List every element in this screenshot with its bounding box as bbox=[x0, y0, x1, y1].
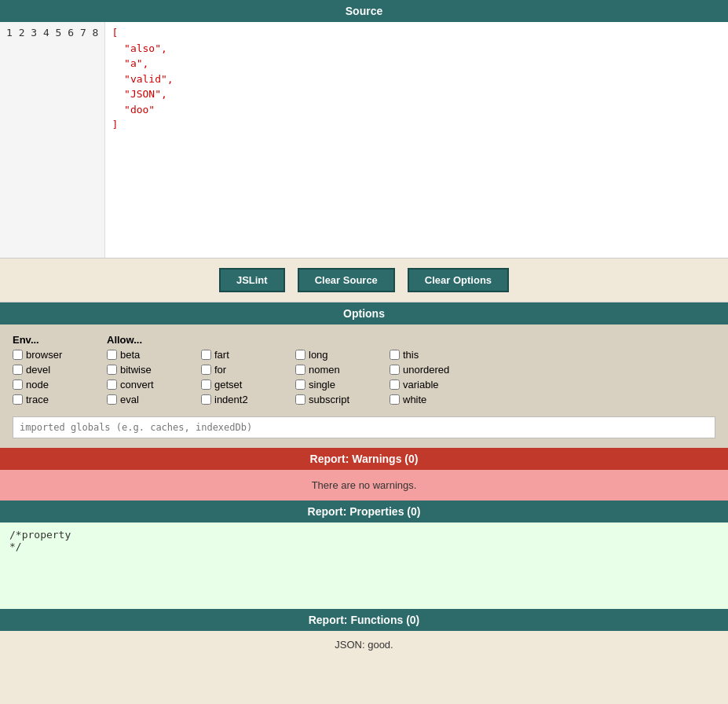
checkbox-input-single[interactable] bbox=[295, 380, 305, 390]
env-label: Env... bbox=[13, 334, 99, 346]
allow4-col: this unordered variable white bbox=[390, 334, 484, 409]
checkbox-single: single bbox=[295, 379, 382, 390]
checkbox-for: for bbox=[201, 364, 287, 376]
checkbox-input-subscript[interactable] bbox=[295, 394, 305, 405]
checkbox-input-variable[interactable] bbox=[390, 380, 400, 390]
options-row: Env... browser devel node trace Allow...… bbox=[13, 334, 715, 409]
report-functions-header: Report: Functions (0) bbox=[0, 609, 728, 631]
checkbox-unordered: unordered bbox=[390, 364, 476, 376]
checkbox-subscript: subscript bbox=[295, 394, 382, 405]
report-properties-body: /*property */ bbox=[0, 522, 728, 609]
checkbox-label-getset: getset bbox=[214, 379, 242, 390]
report-warnings-header: Report: Warnings (0) bbox=[0, 448, 728, 470]
checkbox-input-fart[interactable] bbox=[201, 350, 211, 360]
checkbox-devel: devel bbox=[13, 364, 99, 376]
checkbox-label-nomen: nomen bbox=[309, 364, 340, 376]
checkbox-bitwise: bitwise bbox=[107, 364, 193, 376]
checkbox-fart: fart bbox=[201, 349, 287, 361]
checkbox-indent2: indent2 bbox=[201, 394, 287, 405]
allow2-spacer bbox=[201, 334, 287, 346]
report-warnings-body: There are no warnings. bbox=[0, 470, 728, 500]
property-line1: /*property bbox=[9, 529, 719, 541]
checkbox-label-indent2: indent2 bbox=[214, 394, 248, 405]
property-line2: */ bbox=[9, 541, 719, 552]
checkbox-input-node[interactable] bbox=[13, 380, 23, 390]
checkbox-browser: browser bbox=[13, 349, 99, 361]
allow-col: Allow... beta bitwise convert eval bbox=[107, 334, 201, 409]
toolbar: JSLint Clear Source Clear Options bbox=[0, 258, 728, 302]
checkbox-variable: variable bbox=[390, 379, 476, 390]
report-properties-section: Report: Properties (0) /*property */ bbox=[0, 500, 728, 609]
report-warnings-section: Report: Warnings (0) There are no warnin… bbox=[0, 448, 728, 500]
checkbox-input-getset[interactable] bbox=[201, 380, 211, 390]
checkbox-label-convert: convert bbox=[120, 379, 154, 390]
report-functions-section: Report: Functions (0) JSON: good. bbox=[0, 609, 728, 658]
checkbox-label-white: white bbox=[403, 394, 426, 405]
report-properties-header: Report: Properties (0) bbox=[0, 500, 728, 522]
checkbox-label-devel: devel bbox=[26, 364, 50, 376]
checkbox-input-for[interactable] bbox=[201, 365, 211, 375]
checkbox-input-nomen[interactable] bbox=[295, 365, 305, 375]
source-code[interactable]: [ "also", "a", "valid", "JSON", "doo" ] bbox=[105, 22, 728, 258]
clear-options-button[interactable]: Clear Options bbox=[408, 268, 509, 292]
jslint-button[interactable]: JSLint bbox=[219, 268, 285, 292]
checkbox-this: this bbox=[390, 349, 476, 361]
checkbox-input-eval[interactable] bbox=[107, 394, 117, 405]
allow4-spacer bbox=[390, 334, 476, 346]
checkbox-input-devel[interactable] bbox=[13, 365, 23, 375]
checkbox-label-long: long bbox=[309, 349, 328, 361]
env-col: Env... browser devel node trace bbox=[13, 334, 107, 409]
checkbox-input-browser[interactable] bbox=[13, 350, 23, 360]
checkbox-label-single: single bbox=[309, 379, 335, 390]
globals-input[interactable] bbox=[13, 416, 715, 438]
checkbox-label-browser: browser bbox=[26, 349, 62, 361]
checkbox-node: node bbox=[13, 379, 99, 390]
checkbox-getset: getset bbox=[201, 379, 287, 390]
clear-source-button[interactable]: Clear Source bbox=[298, 268, 395, 292]
checkbox-label-trace: trace bbox=[26, 394, 49, 405]
checkbox-label-this: this bbox=[403, 349, 419, 361]
checkbox-label-bitwise: bitwise bbox=[120, 364, 152, 376]
checkbox-label-unordered: unordered bbox=[403, 364, 449, 376]
allow3-col: long nomen single subscript bbox=[295, 334, 390, 409]
checkbox-nomen: nomen bbox=[295, 364, 382, 376]
checkbox-input-trace[interactable] bbox=[13, 394, 23, 405]
checkbox-beta: beta bbox=[107, 349, 193, 361]
line-numbers: 1 2 3 4 5 6 7 8 bbox=[0, 22, 105, 258]
checkbox-input-bitwise[interactable] bbox=[107, 365, 117, 375]
checkbox-label-for: for bbox=[214, 364, 226, 376]
checkbox-label-fart: fart bbox=[214, 349, 229, 361]
checkbox-eval: eval bbox=[107, 394, 193, 405]
checkbox-input-this[interactable] bbox=[390, 350, 400, 360]
checkbox-label-eval: eval bbox=[120, 394, 139, 405]
checkbox-label-variable: variable bbox=[403, 379, 439, 390]
checkbox-input-convert[interactable] bbox=[107, 380, 117, 390]
checkbox-label-node: node bbox=[26, 379, 49, 390]
checkbox-input-unordered[interactable] bbox=[390, 365, 400, 375]
options-area: Env... browser devel node trace Allow...… bbox=[0, 324, 728, 448]
checkbox-convert: convert bbox=[107, 379, 193, 390]
allow-label: Allow... bbox=[107, 334, 193, 346]
allow3-spacer bbox=[295, 334, 382, 346]
checkbox-input-indent2[interactable] bbox=[201, 394, 211, 405]
options-header: Options bbox=[0, 302, 728, 324]
checkbox-label-beta: beta bbox=[120, 349, 140, 361]
checkbox-trace: trace bbox=[13, 394, 99, 405]
source-section: Source 1 2 3 4 5 6 7 8 [ "also", "a", "v… bbox=[0, 0, 728, 258]
source-header: Source bbox=[0, 0, 728, 22]
source-editor[interactable]: 1 2 3 4 5 6 7 8 [ "also", "a", "valid", … bbox=[0, 22, 728, 258]
checkbox-white: white bbox=[390, 394, 476, 405]
checkbox-input-white[interactable] bbox=[390, 394, 400, 405]
report-functions-body: JSON: good. bbox=[0, 631, 728, 658]
checkbox-long: long bbox=[295, 349, 382, 361]
allow2-col: fart for getset indent2 bbox=[201, 334, 295, 409]
checkbox-input-long[interactable] bbox=[295, 350, 305, 360]
checkbox-input-beta[interactable] bbox=[107, 350, 117, 360]
checkbox-label-subscript: subscript bbox=[309, 394, 349, 405]
